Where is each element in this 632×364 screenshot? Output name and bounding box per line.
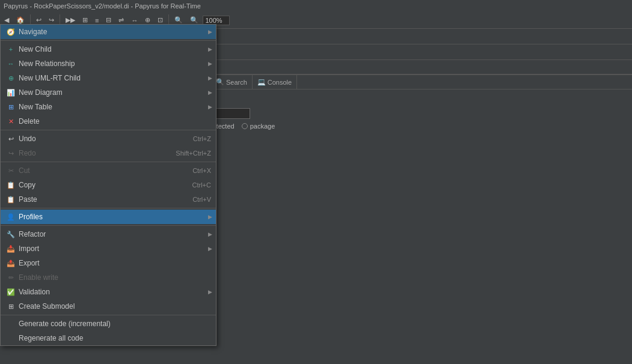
menu-cut[interactable]: ✂ Cut Ctrl+X (1, 163, 216, 178)
new-umlrt-icon: ⊕ (5, 73, 16, 83)
undo-shortcut: Ctrl+Z (193, 135, 211, 142)
new-diagram-label: New Diagram (19, 88, 211, 97)
copy-label: Copy (19, 181, 180, 189)
vis-package-radio[interactable] (242, 123, 248, 129)
new-table-label: New Table (19, 103, 211, 111)
console-label: Console (268, 79, 292, 86)
import-icon: 📥 (5, 244, 16, 253)
tab-search[interactable]: 🔍 Search (211, 75, 253, 89)
menu-validation[interactable]: ✅ Validation (1, 285, 216, 299)
import-label: Import (19, 244, 211, 253)
menu-import[interactable]: 📥 Import (1, 241, 216, 256)
menu-undo[interactable]: ↩ Undo Ctrl+Z (1, 132, 216, 146)
paste-label: Paste (19, 195, 180, 204)
gen-code-inc-icon (5, 319, 16, 329)
menu-navigate[interactable]: 🧭 Navigate (1, 25, 216, 39)
menu-regen-all-code[interactable]: Regenerate all code (1, 331, 216, 345)
search-label: Search (226, 79, 247, 86)
new-relationship-icon: ↔ (5, 59, 16, 68)
delete-icon: ✕ (5, 117, 16, 126)
menu-export[interactable]: 📤 Export (1, 256, 216, 270)
profiles-icon: 👤 (5, 212, 16, 222)
paste-shortcut: Ctrl+V (192, 196, 211, 203)
new-child-label: New Child (19, 45, 211, 53)
profiles-label: Profiles (19, 213, 211, 221)
new-umlrt-label: New UML-RT Child (19, 74, 211, 82)
menu-new-diagram[interactable]: 📊 New Diagram (1, 85, 216, 100)
gen-code-inc-label: Generate code (incremental) (19, 320, 211, 328)
copy-icon: 📋 (5, 180, 16, 190)
create-submodel-icon: ⊞ (5, 302, 16, 311)
cut-icon: ✂ (5, 166, 16, 175)
menu-copy[interactable]: 📋 Copy Ctrl+C (1, 178, 216, 192)
redo-icon: ↪ (5, 148, 16, 158)
regen-all-icon (5, 333, 16, 343)
regen-all-label: Regenerate all code (19, 334, 211, 342)
navigate-icon: 🧭 (5, 27, 16, 37)
menu-new-child[interactable]: + New Child (1, 42, 216, 56)
sep-5 (1, 225, 216, 226)
redo-label: Redo (19, 149, 164, 157)
vis-package-label: package (250, 123, 275, 130)
sep-3 (1, 162, 216, 162)
menu-new-table[interactable]: ⊞ New Table (1, 100, 216, 114)
menu-create-submodel[interactable]: ⊞ Create Submodel (1, 299, 216, 314)
new-table-icon: ⊞ (5, 102, 16, 112)
menu-refactor[interactable]: 🔧 Refactor (1, 227, 216, 241)
validation-label: Validation (19, 288, 211, 296)
undo-icon: ↩ (5, 134, 16, 144)
menu-gen-code-incremental[interactable]: Generate code (incremental) (1, 317, 216, 331)
export-icon: 📤 (5, 258, 16, 268)
search-icon: 🔍 (216, 78, 224, 86)
sep-1 (1, 40, 216, 41)
copy-shortcut: Ctrl+C (192, 181, 211, 189)
title-bar: Papyrus - RockPaperScissors_v2/model.di … (0, 0, 632, 12)
context-menu: 🧭 Navigate + New Child ↔ New Relationshi… (0, 24, 216, 346)
menu-delete[interactable]: ✕ Delete (1, 114, 216, 129)
menu-paste[interactable]: 📋 Paste Ctrl+V (1, 192, 216, 207)
cut-label: Cut (19, 166, 180, 175)
sep-2 (1, 130, 216, 130)
refactor-icon: 🔧 (5, 229, 16, 239)
validation-icon: ✅ (5, 287, 16, 297)
export-label: Export (19, 259, 211, 267)
redo-shortcut: Shift+Ctrl+Z (176, 150, 211, 157)
menu-new-umlrt-child[interactable]: ⊕ New UML-RT Child (1, 71, 216, 85)
refactor-label: Refactor (19, 230, 211, 238)
enable-write-icon: ✏ (5, 273, 16, 282)
navigate-label: Navigate (19, 28, 211, 36)
delete-label: Delete (19, 117, 211, 126)
paste-icon: 📋 (5, 195, 16, 204)
new-child-icon: + (5, 44, 16, 54)
vis-package[interactable]: package (242, 123, 275, 130)
sep-4 (1, 208, 216, 208)
create-submodel-label: Create Submodel (19, 302, 211, 311)
title-text: Papyrus - RockPaperScissors_v2/model.di … (4, 2, 201, 10)
menu-new-relationship[interactable]: ↔ New Relationship (1, 56, 216, 71)
new-diagram-icon: 📊 (5, 88, 16, 97)
menu-enable-write[interactable]: ✏ Enable write (1, 270, 216, 285)
new-relationship-label: New Relationship (19, 59, 211, 68)
menu-redo[interactable]: ↪ Redo Shift+Ctrl+Z (1, 146, 216, 160)
sep-6 (1, 315, 216, 315)
menu-profiles[interactable]: 👤 Profiles (1, 210, 216, 224)
tab-console[interactable]: 💻 Console (253, 75, 297, 89)
undo-label: Undo (19, 135, 181, 143)
console-icon: 💻 (257, 78, 266, 86)
cut-shortcut: Ctrl+X (192, 167, 211, 174)
enable-write-label: Enable write (19, 273, 211, 282)
